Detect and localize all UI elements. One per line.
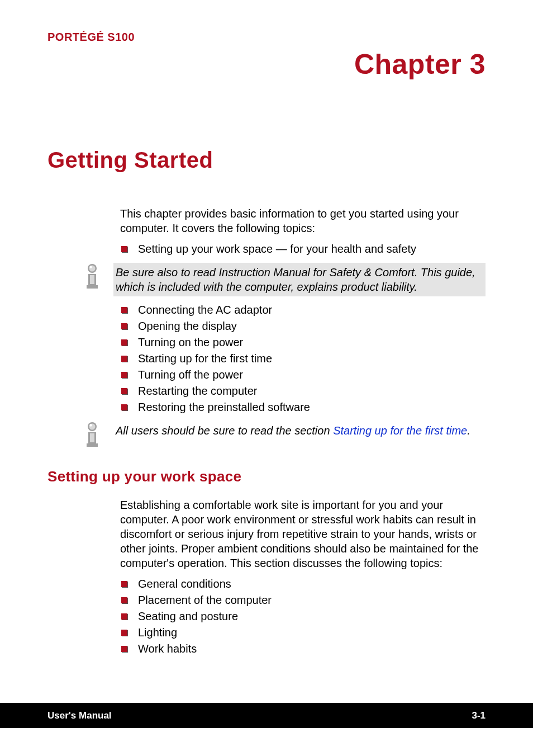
note-2-suffix: .	[467, 424, 470, 437]
list-item: Turning on the power	[120, 334, 486, 351]
svg-rect-7	[90, 433, 94, 442]
list-item: Turning off the power	[120, 367, 486, 383]
list-item: Restarting the computer	[120, 383, 486, 399]
svg-rect-3	[90, 275, 94, 284]
note-text-2: All users should be sure to read the sec…	[113, 421, 486, 440]
svg-point-6	[89, 424, 92, 426]
chapter-number: Chapter 3	[47, 48, 486, 81]
list-item: General conditions	[120, 576, 486, 592]
list-item: Connecting the AC adaptor	[120, 302, 486, 318]
intro-paragraph: This chapter provides basic information …	[120, 206, 486, 235]
list-item: Placement of the computer	[120, 592, 486, 608]
chapter-title: Getting Started	[47, 148, 486, 173]
intro-bullets-2: Connecting the AC adaptorOpening the dis…	[120, 302, 486, 415]
section-heading: Setting up your work space	[47, 468, 486, 485]
info-icon	[81, 421, 103, 447]
footer-left: User's Manual	[47, 710, 112, 721]
footer-bar: User's Manual 3-1	[0, 703, 533, 728]
intro-bullets-1: Setting up your work space — for your he…	[120, 241, 486, 257]
list-item: Lighting	[120, 625, 486, 641]
list-item: Starting up for the first time	[120, 351, 486, 367]
product-name: PORTÉGÉ S100	[47, 31, 486, 44]
list-item: Opening the display	[120, 318, 486, 334]
info-icon	[81, 263, 103, 289]
note-row-2: All users should be sure to read the sec…	[81, 421, 486, 447]
note-2-prefix: All users should be sure to read the sec…	[116, 424, 333, 437]
list-item: Work habits	[120, 641, 486, 657]
footer-page-number: 3-1	[472, 710, 486, 721]
svg-point-2	[89, 266, 92, 268]
section-bullets: General conditionsPlacement of the compu…	[120, 576, 486, 657]
list-item: Setting up your work space — for your he…	[120, 241, 486, 257]
list-item: Seating and posture	[120, 608, 486, 625]
note-2-link[interactable]: Starting up for the first time	[333, 424, 467, 437]
section-paragraph: Establishing a comfortable work site is …	[120, 498, 486, 570]
list-item: Restoring the preinstalled software	[120, 399, 486, 415]
note-row-1: Be sure also to read Instruction Manual …	[81, 263, 486, 296]
note-text-1: Be sure also to read Instruction Manual …	[113, 263, 486, 296]
